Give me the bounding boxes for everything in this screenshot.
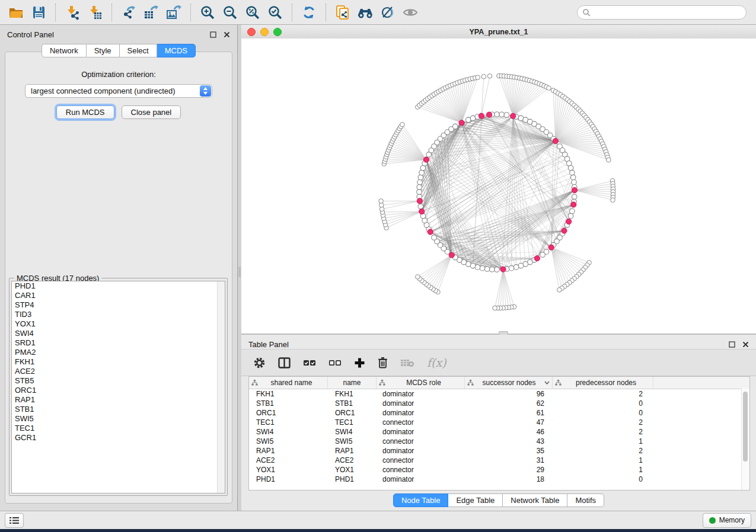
- table-row[interactable]: ACE2ACE2connector311: [249, 456, 749, 465]
- mcds-node[interactable]: [449, 252, 454, 258]
- table-row[interactable]: STB1STB1dominator620: [249, 399, 749, 408]
- column-layout-button[interactable]: [278, 357, 291, 368]
- mcds-node[interactable]: [562, 228, 567, 233]
- table-row[interactable]: ORC1ORC1dominator610: [249, 408, 749, 418]
- network-node[interactable]: [495, 112, 500, 117]
- network-node[interactable]: [493, 306, 497, 310]
- column-header-successor-nodes[interactable]: successor nodes: [465, 377, 553, 389]
- search-input[interactable]: [591, 8, 741, 17]
- network-node[interactable]: [470, 116, 476, 121]
- network-node[interactable]: [540, 252, 546, 258]
- close-panel-button[interactable]: Close panel: [122, 105, 181, 119]
- tab-motifs[interactable]: Motifs: [567, 493, 604, 507]
- memory-button[interactable]: Memory: [703, 513, 751, 528]
- mcds-node[interactable]: [566, 219, 572, 224]
- network-node[interactable]: [475, 265, 480, 270]
- table-row[interactable]: FKH1FKH1dominator962: [249, 389, 749, 399]
- zoom-out-button[interactable]: [221, 3, 240, 22]
- network-node[interactable]: [417, 184, 422, 190]
- mcds-node[interactable]: [459, 120, 464, 126]
- network-node[interactable]: [480, 265, 485, 271]
- table-scrollbar[interactable]: [741, 389, 749, 490]
- table-options-button[interactable]: [253, 357, 266, 369]
- tab-network-table[interactable]: Network Table: [503, 493, 567, 507]
- network-node[interactable]: [481, 74, 486, 79]
- mcds-node[interactable]: [553, 138, 558, 143]
- criterion-select[interactable]: largest connected component (undirected): [25, 84, 212, 98]
- network-node[interactable]: [557, 288, 562, 293]
- network-node[interactable]: [518, 263, 524, 268]
- mcds-node[interactable]: [423, 157, 429, 162]
- mcds-result-item[interactable]: CAR1: [12, 291, 225, 300]
- add-column-button[interactable]: [354, 357, 365, 368]
- mcds-node[interactable]: [417, 198, 422, 204]
- zoom-selected-button[interactable]: [266, 3, 285, 22]
- network-node[interactable]: [400, 122, 405, 127]
- network-node[interactable]: [499, 112, 505, 117]
- table-row[interactable]: TEC1TEC1connector472: [249, 418, 749, 427]
- mcds-result-list[interactable]: PHD1CAR1STP4TID3YOX1SWI4SRD1PMA2FKH1ACE2…: [11, 281, 225, 493]
- clone-network-button[interactable]: [333, 3, 352, 22]
- open-file-button[interactable]: [7, 3, 25, 22]
- mcds-node[interactable]: [479, 113, 484, 118]
- network-node[interactable]: [509, 265, 514, 271]
- mcds-result-item[interactable]: SWI5: [12, 414, 225, 424]
- zoom-fit-button[interactable]: [243, 3, 262, 22]
- table-row[interactable]: PHD1PHD1dominator180: [249, 475, 749, 484]
- show-hidden-button[interactable]: [401, 3, 420, 22]
- mcds-result-item[interactable]: STB5: [12, 376, 225, 386]
- table-row[interactable]: RAP1RAP1dominator352: [249, 446, 749, 456]
- network-node[interactable]: [432, 235, 437, 241]
- mcds-result-item[interactable]: TEC1: [12, 424, 225, 433]
- mcds-result-item[interactable]: TID3: [12, 310, 225, 319]
- table-row[interactable]: SWI5SWI5connector431: [249, 437, 749, 446]
- mcds-result-item[interactable]: PMA2: [12, 348, 225, 357]
- tab-mcds[interactable]: MCDS: [157, 44, 196, 57]
- mcds-result-item[interactable]: GCR1: [12, 433, 225, 443]
- close-panel-icon[interactable]: [224, 31, 230, 38]
- network-node[interactable]: [572, 194, 577, 200]
- column-header-name[interactable]: name: [328, 377, 377, 389]
- mcds-node[interactable]: [486, 112, 492, 117]
- mcds-node[interactable]: [572, 187, 577, 193]
- mcds-result-item[interactable]: ACE2: [12, 367, 225, 376]
- splitter-grip[interactable]: [238, 267, 241, 277]
- mcds-node[interactable]: [534, 255, 540, 261]
- network-node[interactable]: [611, 198, 615, 203]
- save-session-button[interactable]: [29, 3, 48, 22]
- search-network-button[interactable]: [356, 3, 375, 22]
- network-node[interactable]: [513, 265, 519, 270]
- network-node[interactable]: [419, 170, 425, 175]
- mcds-node[interactable]: [419, 209, 425, 214]
- close-panel-icon[interactable]: [742, 341, 749, 348]
- select-all-button[interactable]: [303, 358, 316, 368]
- network-node[interactable]: [568, 213, 573, 219]
- tab-network[interactable]: Network: [42, 44, 87, 57]
- mcds-result-item[interactable]: YOX1: [12, 319, 225, 329]
- mcds-result-item[interactable]: FKH1: [12, 357, 225, 367]
- mcds-result-item[interactable]: STP4: [12, 300, 225, 310]
- network-node[interactable]: [417, 190, 422, 195]
- network-node[interactable]: [570, 170, 575, 175]
- tab-node-table[interactable]: Node Table: [393, 493, 449, 507]
- network-node[interactable]: [379, 199, 384, 204]
- export-network-button[interactable]: [119, 3, 138, 22]
- tab-select[interactable]: Select: [120, 44, 157, 57]
- refresh-button[interactable]: [299, 3, 318, 22]
- network-node[interactable]: [607, 158, 611, 162]
- network-canvas[interactable]: [241, 39, 756, 334]
- network-node[interactable]: [495, 267, 500, 273]
- mcds-result-item[interactable]: PHD1: [12, 281, 225, 291]
- run-mcds-button[interactable]: Run MCDS: [56, 105, 114, 119]
- import-table-button[interactable]: [85, 3, 104, 22]
- network-node[interactable]: [570, 175, 576, 180]
- float-panel-icon[interactable]: [210, 31, 216, 38]
- mcds-result-item[interactable]: SWI4: [12, 329, 225, 338]
- table-row[interactable]: YOX1YOX1connector291: [249, 465, 749, 475]
- mcds-result-item[interactable]: STB1: [12, 405, 225, 414]
- float-panel-icon[interactable]: [729, 341, 735, 348]
- network-node[interactable]: [417, 180, 423, 185]
- mcds-node[interactable]: [548, 245, 554, 250]
- network-node[interactable]: [453, 124, 458, 129]
- network-node[interactable]: [416, 275, 420, 280]
